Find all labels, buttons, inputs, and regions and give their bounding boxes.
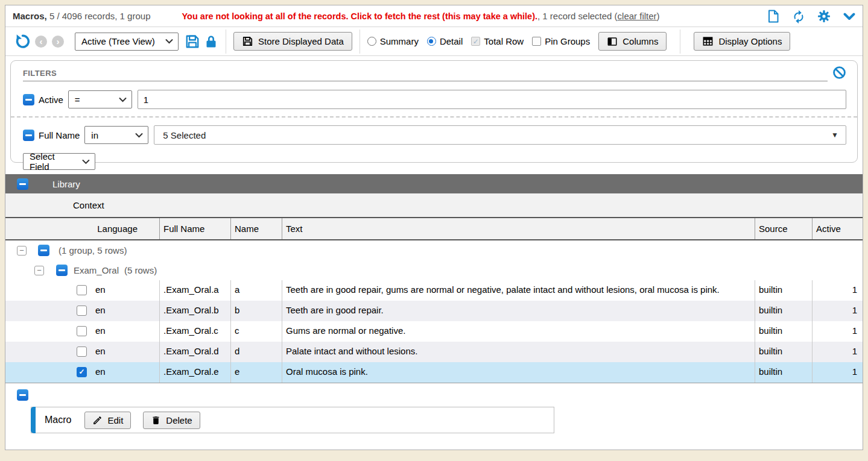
cell-full-name: .Exam_Oral.d: [159, 342, 230, 362]
detail-radio[interactable]: [427, 37, 436, 46]
display-options-button[interactable]: Display Options: [694, 32, 790, 51]
table-row[interactable]: en .Exam_Oral.a a Teeth are in good repa…: [5, 280, 863, 301]
store-displayed-data-button[interactable]: Store Displayed Data: [233, 32, 352, 51]
gear-icon[interactable]: [817, 9, 831, 24]
select-caret-icon: [82, 159, 90, 165]
remove-filter-icon[interactable]: [23, 130, 34, 141]
cell-active: 1: [812, 362, 863, 383]
grid-icon: [702, 36, 714, 47]
cell-text: Oral mucosa is pink.: [282, 362, 755, 383]
row-checkbox[interactable]: [77, 285, 87, 295]
cell-full-name: .Exam_Oral.b: [159, 301, 230, 321]
new-page-icon[interactable]: [766, 9, 781, 24]
lock-icon[interactable]: [204, 34, 218, 49]
selection-status: , 1 record selected (clear filter): [537, 11, 660, 21]
cell-text: Gums are normal or negative.: [282, 321, 755, 342]
multiselect-value: 5 Selected: [163, 130, 206, 140]
cell-text: Teeth are in good repair.: [282, 301, 755, 321]
total-row-label: Total Row: [484, 36, 524, 46]
group-minus-icon[interactable]: [56, 265, 68, 276]
table-row[interactable]: ✓ en .Exam_Oral.e e Oral mucosa is pink.…: [5, 362, 863, 383]
view-select[interactable]: Active (Tree View): [75, 33, 179, 51]
table-row[interactable]: en .Exam_Oral.b b Teeth are in good repa…: [5, 301, 863, 321]
row-checkbox[interactable]: [77, 347, 87, 357]
collapse-library-icon[interactable]: [17, 178, 28, 190]
page-title: Macros, 5 / 4096 records, 1 group: [13, 11, 150, 21]
root-minus-icon[interactable]: [38, 245, 49, 256]
table-row[interactable]: en .Exam_Oral.d d Palate intact and with…: [5, 342, 863, 362]
select-field-dropdown[interactable]: Select Field: [23, 153, 95, 170]
macro-panel-label: Macro: [45, 415, 71, 425]
cell-language: en: [5, 280, 159, 301]
record-count: 5 / 4096 records, 1 group: [49, 11, 151, 21]
filter-field-label: Active: [39, 95, 63, 105]
pin-groups-checkbox[interactable]: [532, 37, 541, 46]
cell-source: builtin: [755, 280, 812, 301]
summary-radio[interactable]: [367, 37, 376, 46]
column-header-source[interactable]: Source: [755, 218, 812, 239]
column-header-active[interactable]: Active: [812, 218, 863, 239]
column-header-full-name[interactable]: Full Name: [159, 218, 230, 239]
macros-window: Macros, 5 / 4096 records, 1 group You ar…: [5, 5, 863, 450]
pin-groups-label[interactable]: Pin Groups: [545, 36, 590, 46]
cell-name: b: [230, 301, 282, 321]
clear-filter-link[interactable]: clear filter: [618, 11, 657, 21]
delete-button[interactable]: Delete: [143, 412, 200, 429]
cell-full-name: .Exam_Oral.e: [159, 362, 230, 383]
filter-value-input[interactable]: [138, 90, 846, 109]
filter-operator-select[interactable]: in: [84, 126, 148, 144]
row-checkbox[interactable]: ✓: [77, 367, 87, 377]
toolbar-separator: [360, 30, 360, 54]
filter-field-label: Full Name: [39, 130, 80, 140]
filter-multiselect[interactable]: 5 Selected ▼: [154, 125, 846, 145]
cell-source: builtin: [755, 362, 812, 383]
cell-active: 1: [812, 342, 863, 362]
edit-button[interactable]: Edit: [84, 412, 131, 429]
chevron-down-icon[interactable]: [842, 9, 857, 24]
save-view-icon[interactable]: [185, 34, 200, 49]
row-checkbox[interactable]: [77, 306, 87, 316]
select-caret-icon: [135, 133, 143, 138]
back-icon[interactable]: ‹: [35, 36, 47, 48]
refresh-icon[interactable]: [791, 9, 806, 24]
root-group-label: (1 group, 5 rows): [59, 245, 127, 256]
cell-source: builtin: [755, 321, 812, 342]
cell-full-name: .Exam_Oral.c: [159, 321, 230, 342]
display-options-label: Display Options: [718, 36, 782, 46]
fetch-rest-warning[interactable]: You are not looking at all of the record…: [182, 11, 537, 21]
library-group-label: Library: [52, 179, 80, 189]
collapse-root-icon[interactable]: −: [17, 246, 27, 256]
save-icon: [242, 36, 253, 47]
macro-action-panel: Macro Edit Delete: [31, 407, 554, 433]
collapse-group-icon[interactable]: −: [34, 266, 44, 275]
columns-icon: [607, 36, 618, 47]
column-header-language[interactable]: Language: [5, 218, 159, 239]
cell-active: 1: [812, 301, 863, 321]
column-header-text[interactable]: Text: [282, 218, 755, 239]
table-body: en .Exam_Oral.a a Teeth are in good repa…: [5, 280, 863, 383]
ban-icon[interactable]: [832, 66, 846, 80]
table-row[interactable]: en .Exam_Oral.c c Gums are normal or neg…: [5, 321, 863, 342]
delete-button-label: Delete: [166, 415, 192, 425]
cell-full-name: .Exam_Oral.a: [159, 280, 230, 301]
summary-radio-label[interactable]: Summary: [380, 36, 419, 46]
row-checkbox[interactable]: [77, 326, 87, 336]
filter-operator-select[interactable]: =: [68, 90, 132, 108]
filter-row-active: Active =: [23, 90, 846, 109]
cell-text: Teeth are in good repair, gums are norma…: [282, 280, 755, 301]
header-bar: Macros, 5 / 4096 records, 1 group You ar…: [5, 5, 863, 27]
column-header-name[interactable]: Name: [230, 218, 282, 239]
remove-filter-icon[interactable]: [23, 94, 34, 105]
library-group-bar: Library: [5, 174, 863, 193]
triangle-down-icon: ▼: [831, 131, 838, 139]
columns-button[interactable]: Columns: [598, 32, 667, 51]
select-caret-icon: [119, 97, 127, 102]
undo-icon[interactable]: [15, 34, 30, 49]
filters-panel: FILTERS Active = Full Name in 5 Selected: [10, 60, 858, 163]
cell-language: en: [5, 342, 159, 362]
footer-minus-icon[interactable]: [17, 389, 28, 401]
toolbar-separator: [226, 30, 226, 54]
detail-radio-label[interactable]: Detail: [440, 36, 463, 46]
forward-icon[interactable]: ›: [52, 36, 64, 48]
context-row: Context: [5, 193, 863, 218]
